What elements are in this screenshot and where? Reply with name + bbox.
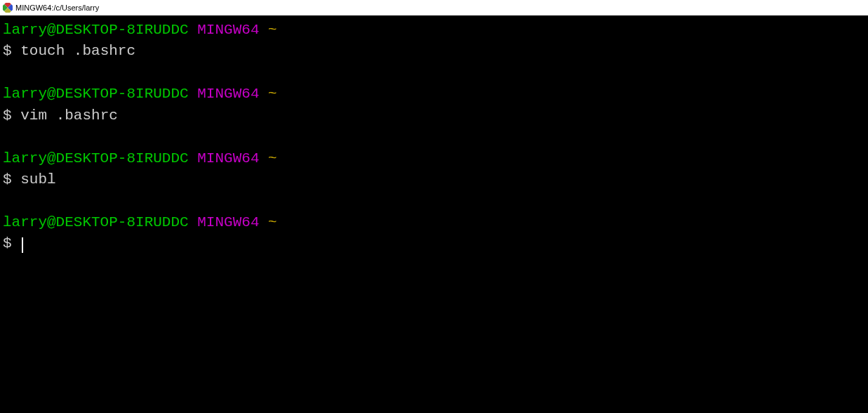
prompt-user-host: larry@DESKTOP-8IRUDDC	[3, 150, 189, 166]
prompt-shell: MINGW64	[197, 86, 259, 102]
prompt-shell: MINGW64	[197, 214, 259, 230]
prompt-user-host: larry@DESKTOP-8IRUDDC	[3, 86, 189, 102]
prompt-user-host: larry@DESKTOP-8IRUDDC	[3, 214, 189, 230]
window-title-bar: MINGW64:/c/Users/larry	[0, 0, 868, 15]
current-command-line[interactable]: $	[3, 233, 865, 254]
prompt-line: larry@DESKTOP-8IRUDDC MINGW64 ~	[3, 84, 865, 105]
command-text: touch .bashrc	[20, 43, 135, 59]
command-line: $ subl	[3, 169, 865, 190]
prompt-line: larry@DESKTOP-8IRUDDC MINGW64 ~	[3, 20, 865, 41]
prompt-line: larry@DESKTOP-8IRUDDC MINGW64 ~	[3, 148, 865, 169]
prompt-path: ~	[268, 86, 277, 102]
prompt-symbol: $	[3, 43, 12, 59]
git-bash-icon	[3, 3, 13, 13]
prompt-symbol: $	[3, 171, 12, 188]
prompt-shell: MINGW64	[197, 22, 259, 38]
prompt-path: ~	[268, 150, 277, 166]
prompt-path: ~	[268, 22, 277, 38]
prompt-line: larry@DESKTOP-8IRUDDC MINGW64 ~	[3, 212, 865, 233]
prompt-user-host: larry@DESKTOP-8IRUDDC	[3, 22, 189, 38]
prompt-symbol: $	[3, 107, 12, 124]
command-line: $ vim .bashrc	[3, 105, 865, 126]
blank-line	[3, 191, 865, 212]
blank-line	[3, 126, 865, 148]
prompt-path: ~	[268, 214, 277, 230]
window-title-text: MINGW64:/c/Users/larry	[15, 4, 99, 12]
terminal-area[interactable]: larry@DESKTOP-8IRUDDC MINGW64 ~ $ touch …	[0, 15, 868, 413]
prompt-symbol: $	[3, 235, 12, 251]
blank-line	[3, 63, 865, 84]
cursor	[22, 237, 23, 253]
command-text: vim .bashrc	[20, 107, 118, 124]
command-line: $ touch .bashrc	[3, 41, 865, 62]
command-text: subl	[20, 171, 55, 188]
prompt-shell: MINGW64	[197, 150, 259, 166]
